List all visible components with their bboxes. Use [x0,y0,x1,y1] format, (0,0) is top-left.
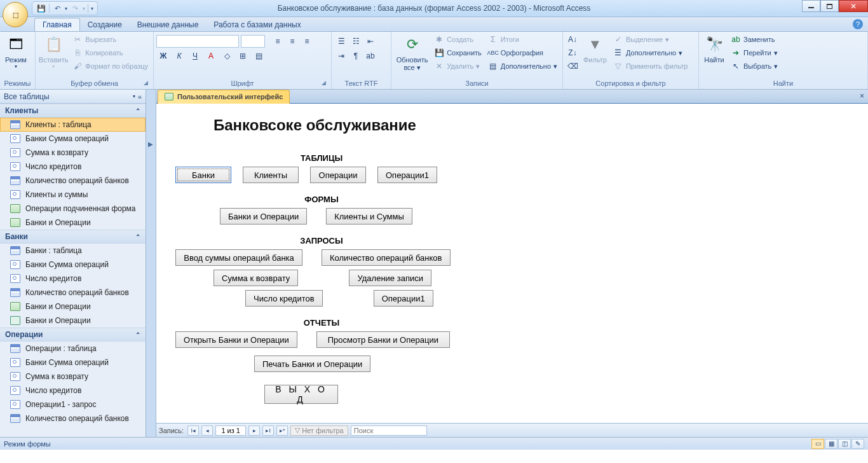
sort-desc-button[interactable]: Z↓ [566,46,580,59]
sort-asc-button[interactable]: A↓ [566,33,580,46]
view-mode-button[interactable]: 🗔 Режим ▾ [3,33,29,71]
form-view-button[interactable]: ▭ [811,439,824,449]
search-input[interactable] [351,425,427,436]
numbering-button[interactable]: ☷ [349,35,363,48]
nav-item[interactable]: Банки Сумма операций [0,132,146,146]
align-right-button[interactable]: ≡ [300,35,314,48]
button-query-return-sum[interactable]: Сумма к возврату [214,270,298,286]
navigation-header[interactable]: Все таблицы ▾ « [0,90,146,104]
nav-group-header[interactable]: Операции⌃ [0,328,146,342]
replace-button[interactable]: abЗаменить [728,33,780,46]
help-icon[interactable]: ? [853,19,863,29]
nav-item[interactable]: Число кредитов [0,384,146,397]
close-button[interactable] [839,0,868,12]
prev-record-button[interactable]: ◂ [201,425,213,436]
selection-filter-button[interactable]: ✓Выделение ▾ [611,33,691,46]
dialog-launcher-icon[interactable]: ◢ [320,79,327,87]
nav-item[interactable]: Количество операций банков [0,286,146,300]
indent-inc-button[interactable]: ⇥ [334,50,348,62]
alt-row-button[interactable]: ▤ [252,50,266,62]
advanced-filter-button[interactable]: ☰Дополнительно ▾ [611,46,691,59]
find-button[interactable]: 🔭 Найти [702,33,727,65]
button-banks[interactable]: Банки [175,167,231,183]
button-query-ops-count[interactable]: Количество операций банков [322,249,451,266]
nav-item[interactable]: Сумма к возврату [0,146,146,160]
undo-dropdown[interactable]: ▾ [65,6,67,11]
nav-item[interactable]: Операции подчиненная форма [0,202,146,216]
button-report-open[interactable]: Открыть Банки и Операции [175,331,297,348]
toggle-filter-button[interactable]: ▽Применить фильтр [611,60,691,73]
nav-item[interactable]: Число кредитов [0,272,146,286]
button-clients[interactable]: Клиенты [243,167,299,183]
goto-button[interactable]: ➔Перейти ▾ [728,46,780,59]
button-exit[interactable]: В Ы Х О Д [264,385,338,404]
collapse-icon[interactable]: « [138,93,142,100]
design-view-button[interactable]: ✎ [851,439,864,449]
next-record-button[interactable]: ▸ [248,425,260,436]
totals-button[interactable]: ΣИтоги [485,33,560,46]
qat-customize[interactable]: ▾ [91,6,93,11]
datasheet-view-button[interactable]: ▦ [825,439,837,449]
nav-item[interactable]: Операции1 - запрос [0,397,146,411]
tab-user-interface[interactable]: Пользовательский интерфейс [158,90,290,104]
gridlines-button[interactable]: ⊞ [236,50,250,62]
button-query-input-sum[interactable]: Ввод суммы операций банка [175,249,302,266]
align-left-button[interactable]: ≡ [271,35,285,48]
more-button[interactable]: ▤Дополнительно ▾ [485,60,560,73]
cut-button[interactable]: ✂Вырезать [70,33,151,46]
undo-icon[interactable]: ↶ [52,3,62,13]
select-button[interactable]: ↖Выбрать ▾ [728,60,780,73]
minimize-button[interactable] [802,0,820,12]
button-report-print[interactable]: Печать Банки и Операции [254,356,370,372]
filter-button[interactable]: ▼ Фильтр [581,33,609,65]
record-position-input[interactable] [215,425,246,436]
close-tab-icon[interactable]: × [860,92,864,100]
save-record-button[interactable]: 💾Сохранить [431,46,484,59]
nav-item[interactable]: Банки Сумма операций [0,356,146,370]
nav-item[interactable]: Операции : таблица [0,342,146,356]
tab-external-data[interactable]: Внешние данные [130,18,207,31]
bullets-button[interactable]: ☰ [334,35,348,48]
nav-item[interactable]: Клиенты и суммы [0,188,146,202]
new-record-button[interactable]: ✱Создать [431,33,484,46]
nav-item[interactable]: Число кредитов [0,160,146,174]
last-record-button[interactable]: ▸I [262,425,274,436]
nav-item[interactable]: Банки : таблица [0,244,146,258]
nav-item[interactable]: Клиенты : таблица [0,118,146,132]
italic-button[interactable]: К [172,50,186,62]
new-record-nav-button[interactable]: ▸* [276,425,288,436]
indent-dec-button[interactable]: ⇤ [363,35,377,48]
spelling-button[interactable]: ABCОрфография [485,46,560,59]
maximize-button[interactable] [820,0,839,12]
nav-item[interactable]: Сумма к возврату [0,370,146,384]
font-size-select[interactable] [241,35,265,48]
save-icon[interactable]: 💾 [36,3,46,13]
nav-item[interactable]: Банки и Операции [0,314,146,328]
nav-item[interactable]: Банки и Операции [0,300,146,314]
nav-item[interactable]: Количество операций банков [0,411,146,425]
button-report-preview[interactable]: Просмотр Банки и Операции [316,331,450,348]
highlight-button[interactable]: ab [363,50,377,62]
fill-color-button[interactable]: ◇ [220,50,234,62]
underline-button[interactable]: Ч [188,50,202,62]
ltr-button[interactable]: ¶ [349,50,363,62]
office-button[interactable]: ⬚ [3,2,28,27]
format-painter-button[interactable]: 🖌Формат по образцу [70,60,151,73]
nav-group-header[interactable]: Клиенты⌃ [0,104,146,118]
tab-home[interactable]: Главная [34,18,80,31]
align-center-button[interactable]: ≡ [285,35,299,48]
nav-item[interactable]: Банки Сумма операций [0,258,146,272]
nav-group-header[interactable]: Банки⌃ [0,230,146,244]
button-query-delete[interactable]: Удаление записи [349,270,431,286]
button-clients-sums[interactable]: Клиенты и Суммы [326,208,412,225]
redo-dropdown[interactable]: ▾ [83,6,85,11]
copy-button[interactable]: ⎘Копировать [70,46,151,59]
tab-create[interactable]: Создание [80,18,130,31]
bold-button[interactable]: Ж [156,50,170,62]
font-color-button[interactable]: A [204,50,218,62]
tab-database-tools[interactable]: Работа с базами данных [206,18,308,31]
nav-item[interactable]: Количество операций банков [0,174,146,188]
nav-item[interactable]: Банки и Операции [0,216,146,230]
shutter-bar[interactable] [146,90,156,437]
clear-sort-button[interactable]: ⌫ [566,60,580,73]
